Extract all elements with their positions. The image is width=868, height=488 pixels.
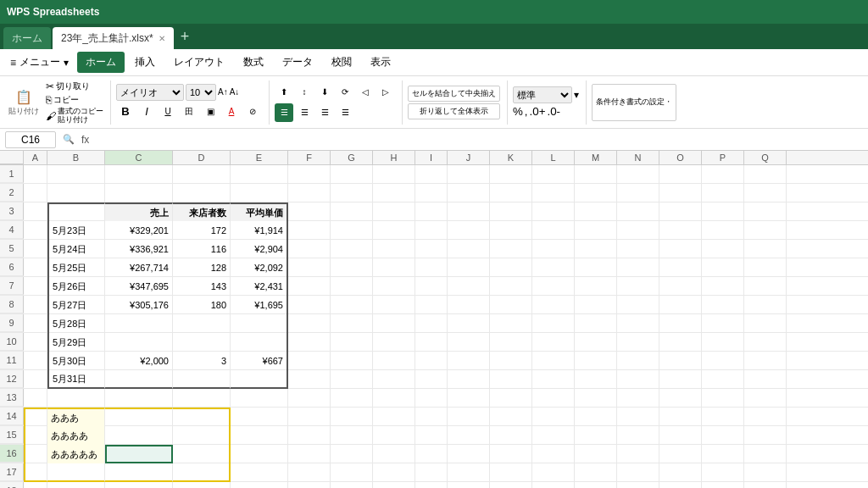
cell-c18[interactable] — [105, 482, 173, 488]
cell-j16[interactable] — [448, 445, 490, 463]
cell-m9[interactable] — [575, 314, 617, 333]
cell-a7[interactable] — [24, 277, 47, 296]
cell-g13[interactable] — [331, 389, 373, 408]
cell-k8[interactable] — [490, 296, 532, 314]
align-center-button[interactable]: ☰ — [295, 103, 314, 122]
cell-c3[interactable]: 売上 — [105, 202, 173, 221]
decimal-decrease-button[interactable]: .0- — [547, 105, 560, 118]
cell-i6[interactable] — [415, 258, 448, 277]
cell-c11[interactable]: ¥2,000 — [105, 352, 173, 370]
cell-d1[interactable] — [173, 165, 231, 184]
cell-q16[interactable] — [744, 445, 787, 463]
font-size-decrease[interactable]: A↓ — [230, 87, 240, 97]
cell-g8[interactable] — [331, 296, 373, 314]
paste-button[interactable]: 📋 貼り付け — [5, 84, 42, 121]
cell-l4[interactable] — [532, 221, 575, 240]
align-middle-button[interactable]: ↕ — [295, 83, 314, 102]
cell-m3[interactable] — [575, 202, 617, 221]
cell-b10[interactable]: 5月29日 — [47, 333, 105, 352]
cell-n11[interactable] — [617, 352, 659, 370]
cell-g15[interactable] — [331, 426, 373, 445]
cell-c8[interactable]: ¥305,176 — [105, 296, 173, 314]
cell-j6[interactable] — [448, 258, 490, 277]
cell-n16[interactable] — [617, 445, 659, 463]
cell-e13[interactable] — [231, 389, 288, 408]
cell-q4[interactable] — [744, 221, 787, 240]
cell-m4[interactable] — [575, 221, 617, 240]
cell-j12[interactable] — [448, 370, 490, 389]
format-more-button[interactable]: ▾ — [574, 89, 579, 101]
cell-a11[interactable] — [24, 352, 47, 370]
cell-m18[interactable] — [575, 482, 617, 488]
cell-p16[interactable] — [702, 445, 744, 463]
cell-j11[interactable] — [448, 352, 490, 370]
cell-q11[interactable] — [744, 352, 787, 370]
cell-p1[interactable] — [702, 165, 744, 184]
cell-m13[interactable] — [575, 389, 617, 408]
border-button[interactable]: 田 — [180, 103, 198, 121]
cell-f7[interactable] — [288, 277, 331, 296]
cell-n2[interactable] — [617, 184, 659, 202]
cell-c6[interactable]: ¥267,714 — [105, 258, 173, 277]
cell-g7[interactable] — [331, 277, 373, 296]
formula-input[interactable] — [92, 131, 863, 148]
cell-o12[interactable] — [659, 370, 702, 389]
cell-q5[interactable] — [744, 240, 787, 258]
cell-j4[interactable] — [448, 221, 490, 240]
cell-m12[interactable] — [575, 370, 617, 389]
align-right-button[interactable]: ☰ — [315, 103, 334, 122]
cell-j8[interactable] — [448, 296, 490, 314]
cell-b17[interactable] — [47, 463, 105, 482]
cell-n17[interactable] — [617, 463, 659, 482]
menu-hamburger[interactable]: ≡ メニュー ▾ — [3, 53, 75, 72]
cell-b7[interactable]: 5月26日 — [47, 277, 105, 296]
cell-n15[interactable] — [617, 426, 659, 445]
cell-m2[interactable] — [575, 184, 617, 202]
cell-c7[interactable]: ¥347,695 — [105, 277, 173, 296]
cell-d15[interactable] — [173, 426, 231, 445]
cell-a2[interactable] — [24, 184, 47, 202]
cell-reference-input[interactable] — [5, 131, 56, 148]
cell-d6[interactable]: 128 — [173, 258, 231, 277]
cell-h12[interactable] — [373, 370, 415, 389]
cell-n3[interactable] — [617, 202, 659, 221]
cell-o13[interactable] — [659, 389, 702, 408]
cell-e3[interactable]: 平均単価 — [231, 202, 288, 221]
cell-p5[interactable] — [702, 240, 744, 258]
cell-p10[interactable] — [702, 333, 744, 352]
cell-c1[interactable] — [105, 165, 173, 184]
cell-h13[interactable] — [373, 389, 415, 408]
underline-button[interactable]: U — [159, 103, 177, 121]
cell-h16[interactable] — [373, 445, 415, 463]
menu-btn-formula[interactable]: 数式 — [235, 52, 272, 73]
cell-e2[interactable] — [231, 184, 288, 202]
cell-i8[interactable] — [415, 296, 448, 314]
cell-o8[interactable] — [659, 296, 702, 314]
thousands-button[interactable]: , — [525, 105, 528, 118]
cell-q9[interactable] — [744, 314, 787, 333]
cell-g1[interactable] — [331, 165, 373, 184]
cell-p12[interactable] — [702, 370, 744, 389]
clear-format-button[interactable]: ⊘ — [243, 103, 262, 121]
cell-l1[interactable] — [532, 165, 575, 184]
cell-i17[interactable] — [415, 463, 448, 482]
cell-p8[interactable] — [702, 296, 744, 314]
cell-o9[interactable] — [659, 314, 702, 333]
cell-b16[interactable]: あああああ — [47, 445, 105, 463]
cell-d12[interactable] — [173, 370, 231, 389]
cell-d5[interactable]: 116 — [173, 240, 231, 258]
cell-l5[interactable] — [532, 240, 575, 258]
cell-q2[interactable] — [744, 184, 787, 202]
cell-l8[interactable] — [532, 296, 575, 314]
cell-o2[interactable] — [659, 184, 702, 202]
cell-d14[interactable] — [173, 408, 231, 426]
font-color-button[interactable]: A — [222, 103, 241, 121]
cell-e16[interactable] — [231, 445, 288, 463]
cell-a9[interactable] — [24, 314, 47, 333]
cell-f1[interactable] — [288, 165, 331, 184]
cell-q8[interactable] — [744, 296, 787, 314]
cell-h1[interactable] — [373, 165, 415, 184]
cell-d18[interactable] — [173, 482, 231, 488]
cell-k15[interactable] — [490, 426, 532, 445]
cell-o5[interactable] — [659, 240, 702, 258]
